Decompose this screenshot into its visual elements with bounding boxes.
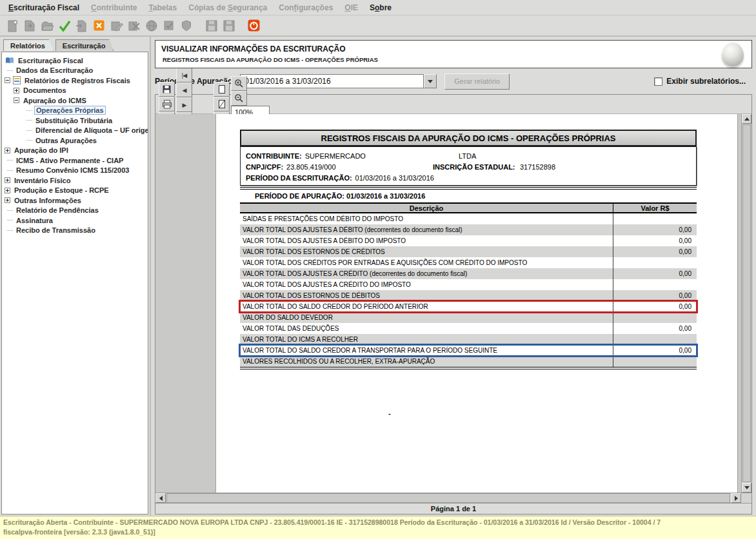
table-header: Descrição Valor R$ <box>240 202 697 213</box>
save-as-icon[interactable] <box>220 17 237 34</box>
horizontal-scroll-thumb[interactable] <box>166 493 730 503</box>
scroll-up-button[interactable] <box>742 114 751 124</box>
tree-item-resumo-convenio[interactable]: Resumo Convênio ICMS 115/2003 <box>2 166 148 176</box>
tree-item-operacoes-proprias[interactable]: Operações Próprias <box>2 106 148 116</box>
column-header-valor: Valor R$ <box>613 204 697 212</box>
vertical-scrollbar[interactable] <box>741 114 751 493</box>
expand-icon[interactable] <box>5 177 10 183</box>
table-row: VALOR TOTAL DOS CRÉDITOS POR ENTRADAS E … <box>240 257 697 268</box>
edit-record-icon[interactable] <box>108 17 125 34</box>
tree-item-relatorio-pendencias[interactable]: Relatório de Pendências <box>2 206 148 216</box>
subreports-label: Exibir subrelatórios... <box>666 77 746 86</box>
tree-item-escrituracao-fiscal[interactable]: Escrituração Fiscal <box>2 55 148 66</box>
viewer-save-button[interactable] <box>159 82 175 97</box>
tree-item-inventario-fisico[interactable]: Inventário Físico <box>2 175 148 186</box>
view-header: VISUALIZAR INFORMAÇÕES DA ESCRITURAÇÃO R… <box>155 40 752 68</box>
sidebar-tabs: Relatórios Escrituração <box>0 37 150 51</box>
main-toolbar <box>0 15 756 37</box>
menu-configuracoes[interactable]: Configurações <box>273 2 339 14</box>
tree-item-relatorios-registros[interactable]: Relatórios de Registros Fiscais <box>2 75 148 86</box>
tab-relatorios[interactable]: Relatórios <box>3 39 54 51</box>
prev-page-button[interactable]: ◀ <box>176 83 192 97</box>
expand-icon[interactable] <box>5 148 10 153</box>
tree-item-diferencial-aliquota[interactable]: Diferencial de Alíquota – UF origem/de <box>2 126 148 136</box>
tree-item-assinatura[interactable]: Assinatura <box>2 215 148 226</box>
menu-bar: Escrituração Fiscal Contribuinte Tabelas… <box>0 0 756 15</box>
report-title: REGISTROS FISCAIS DA APURAÇÃO DO ICMS - … <box>240 130 697 146</box>
scroll-down-button[interactable] <box>742 483 751 493</box>
next-page-button[interactable]: ▶ <box>176 97 192 112</box>
sidebar: Relatórios Escrituração Escrituração Fis… <box>0 37 151 516</box>
open-document-icon[interactable] <box>21 17 38 34</box>
tree-item-apuracao-ipi[interactable]: Apuração do IPI <box>2 146 148 156</box>
menu-contribuinte[interactable]: Contribuinte <box>85 2 143 14</box>
globe-icon[interactable] <box>143 17 160 34</box>
import-document-icon[interactable] <box>73 17 90 34</box>
tree-item-outras-informacoes[interactable]: Outras Informações <box>2 195 148 206</box>
menu-copias-seguranca[interactable]: Cópias de Segurança <box>183 2 273 14</box>
expand-icon[interactable] <box>5 188 10 193</box>
actual-size-view-button[interactable] <box>214 97 230 112</box>
tree-item-dados-escrituracao[interactable]: Dados da Escrituração <box>2 66 148 76</box>
scroll-left-button[interactable] <box>155 493 166 503</box>
vertical-scroll-thumb[interactable] <box>742 124 751 482</box>
open-folder-icon[interactable] <box>38 17 55 34</box>
generate-report-button[interactable]: Gerar relatório <box>444 74 510 90</box>
tree-item-outras-apuracoes[interactable]: Outras Apurações <box>2 135 148 146</box>
ie-label: INSCRIÇÃO ESTADUAL: <box>433 163 515 171</box>
prev-page-icon: ◀ <box>183 87 186 93</box>
table-row: VALOR TOTAL DOS AJUSTES A DÉBITO DO IMPO… <box>240 235 697 246</box>
new-document-icon[interactable] <box>3 17 21 34</box>
zoom-out-button[interactable] <box>231 91 247 106</box>
tree-item-producao-estoque[interactable]: Produção e Estoque - RCPE <box>2 186 148 196</box>
scrollbar-corner <box>741 493 751 503</box>
menu-escrituracao-fiscal[interactable]: Escrituração Fiscal <box>3 2 85 14</box>
table-row-saldo-credor-anterior-highlighted: VALOR TOTAL DO SALDO CREDOR DO PERÍODO A… <box>240 301 697 312</box>
tree-item-substituicao-tributaria[interactable]: Substituição Tributária <box>2 115 148 126</box>
app-window: Escrituração Fiscal Contribuinte Tabelas… <box>0 0 756 539</box>
page-subtitle: REGISTROS FISCAIS DA APURAÇÃO DO ICMS - … <box>163 56 378 63</box>
sphere-logo-icon <box>722 43 744 66</box>
expand-icon[interactable] <box>5 197 10 203</box>
tab-escrituracao[interactable]: Escrituração <box>55 39 114 51</box>
menu-tabelas[interactable]: Tabelas <box>143 2 183 14</box>
tree-item-icms-ciap[interactable]: ICMS - Ativo Permanente - CIAP <box>2 155 148 166</box>
scroll-right-button[interactable] <box>731 493 741 503</box>
cnpj-label: CNPJ/CPF: <box>246 163 283 171</box>
verify-report-icon[interactable] <box>160 17 177 34</box>
table-row: VALOR TOTAL DOS ESTORNOS DE DÉBITOS0,00 <box>240 290 697 301</box>
tree-item-apuracao-icms[interactable]: Apuração do ICMS <box>2 95 148 106</box>
horizontal-scrollbar[interactable] <box>155 493 751 503</box>
delete-record-icon[interactable] <box>125 17 143 34</box>
subreports-checkbox[interactable] <box>654 77 662 86</box>
validate-check-icon[interactable] <box>55 17 73 34</box>
chevron-down-icon <box>428 80 433 83</box>
exit-power-icon[interactable] <box>245 17 263 34</box>
menu-oie[interactable]: OIE <box>339 2 364 14</box>
first-page-button[interactable]: |◀ <box>176 68 192 83</box>
periodo-escrituracao-value: 01/03/2016 a 31/03/2016 <box>355 174 434 182</box>
menu-sobre[interactable]: Sobre <box>364 2 397 14</box>
arrow-up-icon <box>744 117 750 121</box>
table-row: VALOR TOTAL DOS ESTORNOS DE CRÉDITOS0,00 <box>240 246 697 257</box>
tree-item-recibo-transmissao[interactable]: Recibo de Transmissão <box>2 226 148 236</box>
zoom-in-button[interactable] <box>231 76 247 91</box>
cancel-icon[interactable] <box>90 17 108 34</box>
combo-dropdown-button[interactable] <box>424 74 437 88</box>
shield-icon[interactable] <box>177 17 195 34</box>
table-row: VALOR TOTAL DO ICMS A RECOLHER <box>240 334 697 345</box>
save-icon[interactable] <box>203 17 220 34</box>
collapse-icon[interactable] <box>14 97 19 103</box>
viewer-print-button[interactable] <box>159 97 175 112</box>
period-combobox[interactable]: 01/03/2016 a 31/03/2016 <box>240 74 437 88</box>
collapse-icon[interactable] <box>5 77 10 83</box>
report-icon <box>13 76 21 84</box>
expand-icon[interactable] <box>14 88 19 93</box>
apuracao-period-line: PERÍODO DE APURAÇÃO: 01/03/2016 a 31/03/… <box>255 192 425 200</box>
arrow-left-icon <box>159 496 163 501</box>
tree-item-documentos[interactable]: Documentos <box>2 86 148 96</box>
report-page: REGISTROS FISCAIS DA APURAÇÃO DO ICMS - … <box>215 114 738 493</box>
single-page-view-button[interactable] <box>214 82 230 97</box>
table-body: SAÍDAS E PRESTAÇÕES COM DÉBITO DO IMPOST… <box>240 213 697 369</box>
table-row: SAÍDAS E PRESTAÇÕES COM DÉBITO DO IMPOST… <box>240 213 697 224</box>
